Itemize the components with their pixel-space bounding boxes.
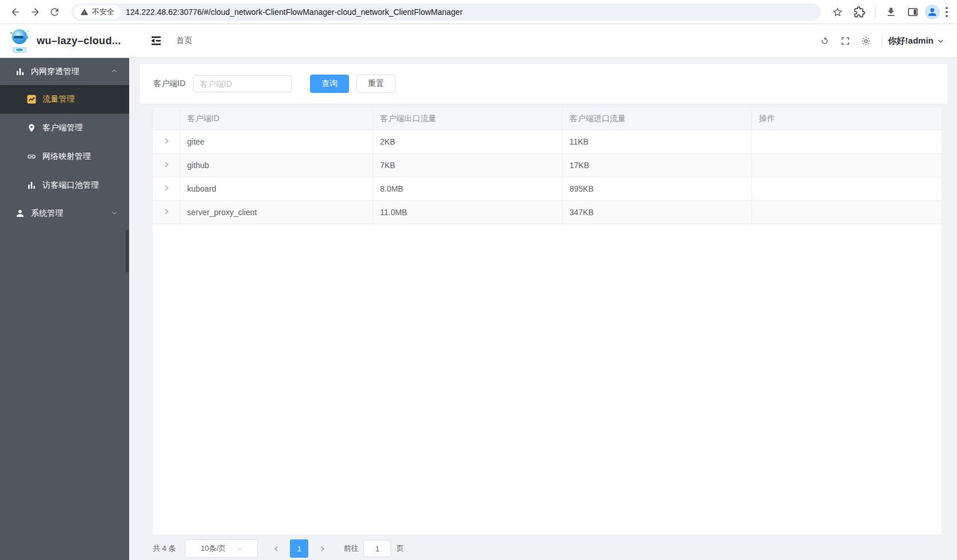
location-pin-icon [26, 123, 36, 133]
chevron-down-icon [237, 546, 243, 552]
chevron-left-icon [273, 546, 280, 552]
goto-label: 前往 [343, 543, 358, 554]
cell-client-id: server_proxy_client [180, 201, 373, 224]
fullscreen-button[interactable] [837, 32, 854, 49]
download-icon [885, 6, 897, 18]
chevron-right-icon [319, 546, 326, 552]
theme-button[interactable] [858, 32, 875, 49]
pagination-total: 共 4 条 [153, 543, 176, 554]
downloads-button[interactable] [881, 2, 901, 22]
trend-chart-icon [26, 95, 36, 104]
chevron-down-icon [111, 209, 118, 218]
sidebar: 内网穿透管理 流量管理 客户端管理 网络映射管理 访客端口池管理 系统管理 [0, 58, 129, 560]
fold-menu-icon [149, 34, 163, 48]
breadcrumb[interactable]: 首页 [176, 36, 192, 46]
sidebar-scrollbar-thumb[interactable] [126, 230, 129, 273]
table-header-row: 客户端ID 客户端出口流量 客户端进口流量 操作 [153, 107, 941, 130]
app-title: wu–lazy–cloud... [37, 35, 130, 47]
browser-profile-button[interactable] [925, 5, 940, 20]
bookmark-button[interactable] [828, 2, 847, 22]
filter-card: 客户端ID 查询 重置 [139, 63, 948, 104]
sidebar-collapse-button[interactable] [148, 32, 165, 49]
main-content: 客户端ID 查询 重置 客户端ID 客户端出口流量 客户端进口流量 操作 git… [129, 58, 957, 560]
sidebar-item-traffic[interactable]: 流量管理 [0, 85, 129, 114]
back-arrow-icon [10, 6, 21, 18]
security-chip[interactable]: 不安全 [74, 5, 121, 19]
goto-page-input[interactable] [363, 540, 391, 557]
page-unit-label: 页 [396, 543, 404, 554]
sidebar-group-intranet[interactable]: 内网穿透管理 [0, 58, 129, 85]
chevron-up-icon [111, 67, 118, 76]
sidebar-item-label: 客户端管理 [42, 123, 118, 133]
client-id-input[interactable] [193, 75, 292, 92]
row-expand-icon[interactable] [163, 184, 170, 193]
search-button[interactable]: 查询 [310, 75, 349, 93]
sidebar-item-clients[interactable]: 客户端管理 [0, 114, 129, 142]
security-label: 不安全 [92, 7, 114, 17]
browser-actions [828, 2, 951, 22]
table-row: server_proxy_client 11.0MB 347KB [153, 201, 941, 224]
address-bar[interactable]: 不安全 124.222.48.62:30776/#/cloud_network-… [71, 3, 821, 21]
page-size-select[interactable]: 10条/页 [185, 539, 258, 558]
side-panel-icon [907, 6, 919, 18]
page-number-button[interactable]: 1 [290, 539, 308, 558]
app-header: wu–lazy–cloud... 首页 你好!admin [0, 24, 957, 58]
histogram-icon [15, 67, 25, 76]
header-divider [882, 34, 882, 47]
column-header-out-flow: 客户端出口流量 [373, 107, 563, 130]
column-header-in-flow: 客户端进口流量 [563, 107, 752, 130]
url-text: 124.222.48.62:30776/#/cloud_network-Clie… [126, 7, 463, 17]
sidebar-item-label: 流量管理 [42, 94, 118, 104]
forward-arrow-icon [29, 6, 41, 18]
extensions-button[interactable] [850, 2, 869, 22]
reset-button[interactable]: 重置 [357, 75, 396, 93]
cell-in-flow: 11KB [563, 130, 752, 153]
table-row: gitee 2KB 11KB [153, 130, 941, 154]
browser-back-button[interactable] [6, 2, 25, 22]
greeting-text: 你好!admin [888, 36, 933, 46]
sidebar-item-label: 网络映射管理 [42, 151, 118, 162]
next-page-button[interactable] [313, 539, 331, 558]
cell-in-flow: 17KB [563, 154, 752, 177]
table-row: github 7KB 17KB [153, 154, 941, 177]
table-row: kuboard 8.0MB 895KB [153, 177, 941, 201]
prev-page-button[interactable] [267, 539, 285, 558]
side-panel-button[interactable] [903, 2, 923, 22]
expand-column-header [153, 107, 180, 130]
reload-icon [820, 36, 830, 46]
browser-forward-button[interactable] [25, 2, 45, 22]
sun-icon [861, 36, 871, 46]
puzzle-icon [854, 6, 865, 18]
filter-label: 客户端ID [153, 79, 185, 89]
cell-in-flow: 347KB [563, 201, 752, 224]
cell-actions [752, 177, 941, 200]
pagination: 共 4 条 10条/页 1 前往 页 [153, 539, 404, 558]
page-refresh-button[interactable] [816, 32, 834, 49]
column-header-actions: 操作 [752, 107, 941, 130]
row-expand-icon[interactable] [163, 208, 170, 217]
row-expand-icon[interactable] [163, 161, 170, 170]
flow-table: 客户端ID 客户端出口流量 客户端进口流量 操作 gitee 2KB 11KB … [152, 107, 942, 535]
sidebar-item-mapping[interactable]: 网络映射管理 [0, 142, 129, 171]
link-icon [26, 152, 36, 162]
cell-out-flow: 8.0MB [373, 177, 563, 200]
refresh-icon [49, 6, 60, 18]
cell-client-id: kuboard [180, 177, 373, 200]
sidebar-item-portpool[interactable]: 访客端口池管理 [0, 171, 129, 200]
cell-client-id: github [180, 154, 373, 177]
star-icon [832, 6, 843, 18]
warning-triangle-icon [80, 8, 88, 16]
cell-out-flow: 2KB [373, 130, 563, 153]
browser-menu-button[interactable] [942, 3, 951, 21]
cell-out-flow: 7KB [373, 154, 563, 177]
histogram-icon [26, 181, 36, 190]
row-expand-icon[interactable] [163, 137, 170, 146]
fullscreen-icon [840, 36, 850, 46]
browser-refresh-button[interactable] [45, 2, 64, 22]
cell-actions [752, 154, 941, 177]
cell-actions [752, 130, 941, 153]
user-menu[interactable]: 你好!admin [888, 36, 944, 46]
sidebar-group-system[interactable]: 系统管理 [0, 200, 129, 227]
cell-client-id: gitee [180, 130, 373, 153]
profile-avatar-icon [927, 7, 937, 17]
